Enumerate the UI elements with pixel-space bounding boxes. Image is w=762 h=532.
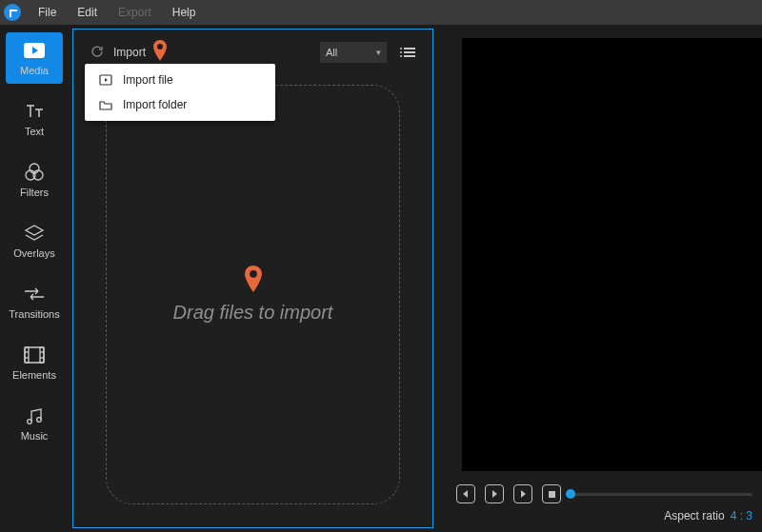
next-frame-button[interactable] [513, 484, 532, 503]
sidebar-item-text[interactable]: Text [6, 93, 63, 145]
menu-edit[interactable]: Edit [68, 2, 107, 23]
svg-marker-16 [463, 490, 468, 498]
music-icon [23, 405, 46, 426]
preview-viewport [462, 38, 762, 471]
sidebar-item-label: Media [20, 65, 49, 76]
app-logo [4, 4, 21, 21]
stop-button[interactable] [542, 484, 561, 503]
dropzone[interactable]: Drag files to import [106, 85, 400, 504]
import-button[interactable]: Import [113, 46, 146, 59]
list-view-toggle[interactable] [404, 48, 415, 57]
work-area: Media Text Filters Overlays Transitions [0, 25, 762, 532]
elements-icon [23, 345, 46, 365]
sidebar-item-transitions[interactable]: Transitions [6, 276, 63, 327]
svg-rect-6 [25, 347, 29, 363]
sidebar-item-label: Text [25, 126, 44, 137]
svg-rect-5 [25, 347, 44, 363]
playhead-knob[interactable] [566, 489, 575, 499]
menu-file[interactable]: File [29, 2, 66, 23]
menubar: File Edit Export Help [0, 0, 762, 25]
menu-export: Export [109, 2, 161, 23]
sidebar-item-label: Filters [20, 187, 49, 198]
preview-column: Aspect ratio 4 : 3 [437, 25, 762, 532]
transitions-icon [23, 284, 46, 305]
svg-rect-7 [40, 347, 44, 363]
svg-marker-15 [105, 78, 108, 82]
sidebar-item-music[interactable]: Music [6, 398, 63, 449]
play-button[interactable] [485, 484, 504, 503]
marker-icon [153, 40, 167, 61]
media-panel-topbar: Import All ▾ [90, 41, 415, 64]
aspect-ratio-display[interactable]: Aspect ratio 4 : 3 [664, 509, 752, 522]
import-dropdown: Import file Import folder [85, 64, 275, 121]
import-folder-item[interactable]: Import folder [85, 92, 275, 117]
media-icon [23, 40, 46, 61]
svg-marker-17 [492, 490, 497, 498]
folder-icon [98, 98, 113, 111]
aspect-ratio-label: Aspect ratio [664, 509, 724, 522]
sidebar-item-filters[interactable]: Filters [6, 154, 63, 206]
svg-rect-19 [549, 491, 555, 498]
filter-select[interactable]: All ▾ [320, 42, 387, 63]
sidebar-item-label: Music [21, 430, 49, 442]
prev-frame-button[interactable] [456, 484, 475, 503]
transport-bar: Aspect ratio 4 : 3 [437, 479, 762, 532]
filters-icon [23, 162, 46, 183]
sidebar-item-label: Elements [12, 369, 56, 381]
sidebar-item-media[interactable]: Media [6, 32, 63, 84]
dropdown-item-label: Import file [123, 73, 173, 87]
playhead-slider[interactable] [571, 493, 752, 496]
sidebar-item-label: Overlays [13, 247, 54, 259]
svg-marker-18 [521, 490, 526, 498]
text-icon [23, 101, 46, 122]
import-file-item[interactable]: Import file [85, 68, 275, 92]
filter-select-value: All [326, 47, 337, 58]
dropzone-text: Drag files to import [173, 302, 333, 324]
overlays-icon [23, 223, 46, 244]
menu-help[interactable]: Help [163, 2, 206, 23]
sidebar-item-overlays[interactable]: Overlays [6, 215, 63, 266]
chevron-down-icon: ▾ [376, 48, 381, 57]
import-label: Import [113, 46, 146, 59]
sidebar-item-label: Transitions [9, 308, 59, 320]
refresh-icon[interactable] [90, 45, 104, 61]
sidebar-item-elements[interactable]: Elements [6, 337, 63, 388]
import-file-icon [98, 73, 113, 87]
aspect-ratio-value: 4 : 3 [731, 509, 752, 522]
media-panel: Import All ▾ Import file [72, 29, 433, 528]
marker-icon [245, 266, 262, 298]
sidebar: Media Text Filters Overlays Transitions [0, 25, 69, 532]
dropdown-item-label: Import folder [123, 98, 187, 111]
